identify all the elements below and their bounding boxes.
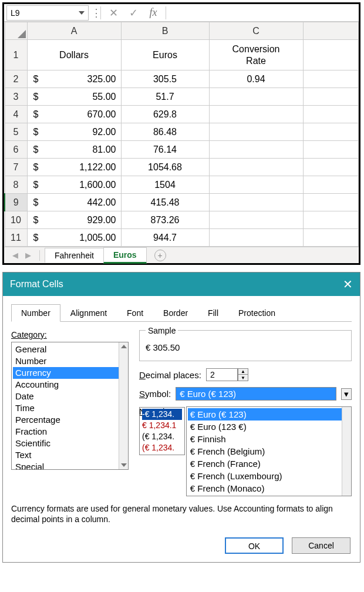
cell[interactable] (209, 194, 303, 211)
row-header[interactable]: 1 (5, 40, 27, 70)
cell[interactable]: 442.00 (27, 194, 121, 211)
symbol-option[interactable]: € French (Belgium) (188, 445, 350, 458)
negative-numbers-list[interactable]: -€ 1,234.€ 1,234.1(€ 1,234.(€ 1,234. (139, 407, 185, 455)
row-header[interactable]: 7 (5, 159, 27, 176)
decimal-places-spinner[interactable]: ▲ ▼ (206, 368, 248, 381)
cell[interactable]: Dollars (27, 40, 121, 70)
cell[interactable]: 325.00 (27, 70, 121, 88)
spreadsheet-grid[interactable]: A B C 1 Dollars Euros Conversion Rate 23… (4, 22, 359, 247)
dialog-tab-font[interactable]: Font (117, 304, 153, 321)
confirm-icon[interactable]: ✓ (123, 6, 143, 19)
cell[interactable] (303, 123, 359, 141)
category-list[interactable]: GeneralNumberCurrencyAccountingDateTimeP… (11, 342, 129, 470)
cell[interactable] (209, 88, 303, 106)
fx-icon[interactable]: fx (143, 6, 163, 19)
cell[interactable] (303, 141, 359, 159)
select-all-cell[interactable] (5, 22, 27, 40)
cell[interactable]: 873.26 (121, 211, 209, 229)
category-item[interactable]: Time (13, 402, 127, 414)
cell[interactable]: 929.00 (27, 211, 121, 229)
cell[interactable]: 670.00 (27, 106, 121, 123)
cell[interactable]: 55.00 (27, 88, 121, 106)
symbol-option[interactable]: € Euro (€ 123) (188, 408, 350, 421)
dialog-tab-protection[interactable]: Protection (228, 304, 285, 321)
negative-option[interactable]: € 1,234.1 (142, 420, 182, 431)
negative-option[interactable]: (€ 1,234. (142, 442, 182, 453)
cell[interactable] (303, 88, 359, 106)
category-item[interactable]: Accounting (13, 379, 127, 391)
cell[interactable]: 86.48 (121, 123, 209, 141)
col-header-blank[interactable] (303, 22, 359, 40)
cell[interactable] (209, 229, 303, 247)
row-header[interactable]: 8 (5, 176, 27, 194)
cancel-button[interactable]: Cancel (292, 537, 350, 554)
cell[interactable] (303, 106, 359, 123)
category-item[interactable]: Currency (13, 367, 127, 379)
sheet-tab-euros[interactable]: Euros (103, 247, 147, 264)
row-header[interactable]: 11 (5, 229, 27, 247)
category-item[interactable]: Scientific (13, 438, 127, 449)
col-header-c[interactable]: C (209, 22, 303, 40)
cell[interactable]: 81.00 (27, 141, 121, 159)
row-header[interactable]: 2 (5, 70, 27, 88)
category-item[interactable]: Text (13, 449, 127, 461)
cell[interactable]: 1,122.00 (27, 159, 121, 176)
symbol-option[interactable]: € Euro (123 €) (188, 421, 350, 433)
chevron-down-icon[interactable]: ▾ (341, 388, 352, 400)
row-header[interactable]: 3 (5, 88, 27, 106)
cell[interactable]: 415.48 (121, 194, 209, 211)
scrollbar[interactable] (119, 342, 128, 469)
sheet-nav-next-icon[interactable]: ▶ (22, 251, 35, 260)
symbol-dropdown-list[interactable]: € Euro (€ 123)€ Euro (123 €)€ Finnish€ F… (186, 406, 352, 496)
category-item[interactable]: Date (13, 391, 127, 402)
ok-button[interactable]: OK (225, 537, 284, 554)
cell[interactable]: Euros (121, 40, 209, 70)
dialog-tab-alignment[interactable]: Alignment (60, 304, 117, 321)
spin-down-icon[interactable]: ▼ (238, 375, 248, 381)
cancel-icon[interactable]: ✕ (103, 6, 123, 19)
cell[interactable]: 944.7 (121, 229, 209, 247)
cell[interactable] (209, 159, 303, 176)
cell[interactable]: 629.8 (121, 106, 209, 123)
cell[interactable] (209, 211, 303, 229)
new-sheet-button[interactable]: + (154, 250, 166, 261)
cell[interactable] (303, 194, 359, 211)
cell[interactable] (303, 229, 359, 247)
col-header-a[interactable]: A (27, 22, 121, 40)
row-header[interactable]: 10 (5, 211, 27, 229)
row-header[interactable]: 5 (5, 123, 27, 141)
symbol-select[interactable]: € Euro (€ 123) (176, 387, 336, 401)
symbol-option[interactable]: € French (Monaco) (188, 482, 350, 495)
cell[interactable]: 1,600.00 (27, 176, 121, 194)
cell[interactable] (209, 106, 303, 123)
cell[interactable] (303, 159, 359, 176)
dialog-tab-number[interactable]: Number (11, 304, 60, 322)
cell[interactable]: 1054.68 (121, 159, 209, 176)
sheet-tab-fahrenheit[interactable]: Fahrenheit (45, 248, 104, 263)
cell[interactable] (303, 211, 359, 229)
symbol-option[interactable]: € French (France) (188, 458, 350, 470)
cell[interactable]: 1,005.00 (27, 229, 121, 247)
cell[interactable]: 76.14 (121, 141, 209, 159)
spin-up-icon[interactable]: ▲ (238, 369, 248, 375)
dialog-titlebar[interactable]: Format Cells ✕ (3, 273, 360, 296)
cell[interactable] (209, 141, 303, 159)
chevron-down-icon[interactable] (79, 11, 85, 15)
decimal-places-input[interactable] (206, 368, 238, 381)
row-header[interactable]: 4 (5, 106, 27, 123)
negative-option[interactable]: -€ 1,234. (142, 409, 182, 420)
category-item[interactable]: Number (13, 355, 127, 367)
cell[interactable]: 0.94 (209, 70, 303, 88)
cell[interactable] (303, 40, 359, 70)
symbol-option[interactable]: € French (Luxembourg) (188, 470, 350, 482)
symbol-option[interactable]: € Finnish (188, 433, 350, 445)
row-header[interactable]: 9 (5, 194, 27, 211)
cell[interactable] (303, 176, 359, 194)
cell[interactable] (209, 176, 303, 194)
ellipsis-icon[interactable]: ⋮ (91, 8, 98, 18)
dialog-tab-border[interactable]: Border (153, 304, 198, 321)
scrollbar[interactable] (342, 407, 351, 496)
category-item[interactable]: General (13, 344, 127, 355)
category-item[interactable]: Special (13, 461, 127, 470)
cell[interactable] (209, 123, 303, 141)
